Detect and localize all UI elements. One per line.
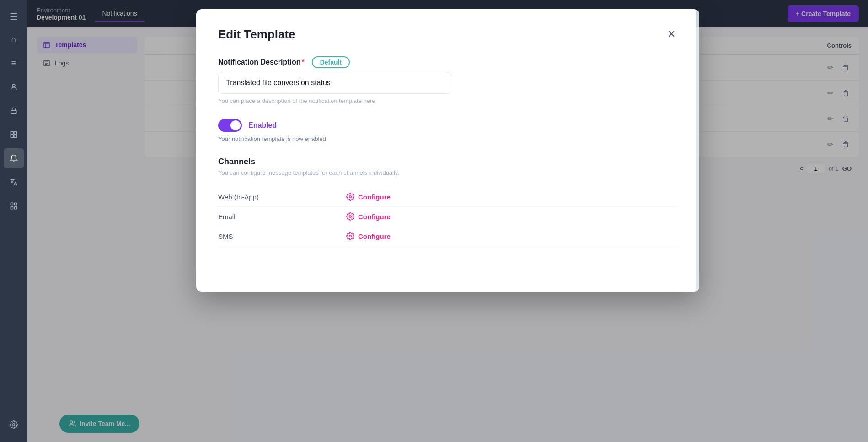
- main-content: Environment Development 01 Notifications…: [27, 0, 868, 442]
- sidebar-item-lock[interactable]: [4, 101, 24, 121]
- sidebar-item-layers[interactable]: [4, 124, 24, 145]
- svg-rect-3: [14, 131, 17, 134]
- toggle-row: Enabled: [218, 119, 677, 132]
- channels-title: Channels: [218, 157, 677, 167]
- toggle-section: Enabled Your notification template is no…: [218, 119, 677, 142]
- sidebar-item-translate[interactable]: [4, 172, 24, 192]
- channel-name-email: Email: [218, 213, 346, 221]
- notification-description-label: Notification Description*: [218, 58, 305, 66]
- channel-name-sms: SMS: [218, 232, 346, 240]
- sidebar-item-bell[interactable]: [4, 148, 24, 168]
- sidebar-item-settings[interactable]: [4, 415, 24, 435]
- required-marker: *: [301, 58, 304, 66]
- svg-point-10: [13, 424, 15, 426]
- svg-point-20: [349, 216, 352, 218]
- modal-overlay[interactable]: Edit Template ✕ Notification Description…: [27, 0, 868, 442]
- configure-web-label: Configure: [358, 193, 391, 201]
- toggle-hint: Your notification template is now enable…: [218, 135, 677, 142]
- default-badge-button[interactable]: Default: [312, 56, 350, 68]
- field-hint: You can place a description of the notif…: [218, 97, 677, 104]
- scrollbar-thumb: [696, 9, 699, 27]
- svg-point-0: [12, 84, 15, 87]
- enabled-toggle[interactable]: [218, 119, 242, 132]
- notification-description-input[interactable]: [218, 72, 451, 94]
- channel-name-web: Web (In-App): [218, 193, 346, 201]
- configure-web-button[interactable]: Configure: [346, 193, 391, 201]
- sidebar-item-home[interactable]: ⌂: [4, 29, 24, 49]
- modal-close-button[interactable]: ✕: [665, 27, 677, 41]
- sidebar-menu-icon[interactable]: ☰: [6, 7, 21, 26]
- svg-rect-5: [14, 135, 17, 138]
- svg-rect-4: [11, 135, 13, 138]
- svg-rect-8: [11, 207, 13, 209]
- channel-row-sms: SMS Configure: [218, 226, 677, 246]
- modal-inner: Edit Template ✕ Notification Description…: [196, 9, 699, 292]
- channels-section: Channels You can configure message templ…: [218, 157, 677, 246]
- svg-rect-1: [11, 110, 16, 113]
- modal-header: Edit Template ✕: [218, 27, 677, 42]
- modal-title: Edit Template: [218, 27, 295, 42]
- svg-rect-9: [15, 207, 17, 209]
- notification-description-label-row: Notification Description* Default: [218, 56, 677, 68]
- modal-scrollbar[interactable]: [696, 9, 699, 292]
- configure-email-label: Configure: [358, 213, 391, 221]
- edit-template-modal: Edit Template ✕ Notification Description…: [196, 9, 699, 292]
- configure-sms-button[interactable]: Configure: [346, 232, 391, 240]
- channels-hint: You can configure message templates for …: [218, 169, 677, 176]
- svg-rect-7: [15, 203, 17, 205]
- svg-rect-6: [11, 203, 13, 205]
- sidebar: ☰ ⌂ ≡: [0, 0, 27, 442]
- sidebar-item-list[interactable]: ≡: [4, 53, 24, 73]
- svg-point-21: [349, 235, 352, 237]
- channel-row-web: Web (In-App) Configure: [218, 187, 677, 207]
- channel-row-email: Email Configure: [218, 207, 677, 226]
- configure-email-button[interactable]: Configure: [346, 212, 391, 221]
- svg-point-19: [349, 196, 352, 198]
- configure-sms-label: Configure: [358, 232, 391, 240]
- svg-rect-2: [11, 131, 13, 134]
- sidebar-item-user[interactable]: [4, 77, 24, 97]
- sidebar-item-widget[interactable]: [4, 196, 24, 216]
- toggle-label: Enabled: [248, 121, 277, 129]
